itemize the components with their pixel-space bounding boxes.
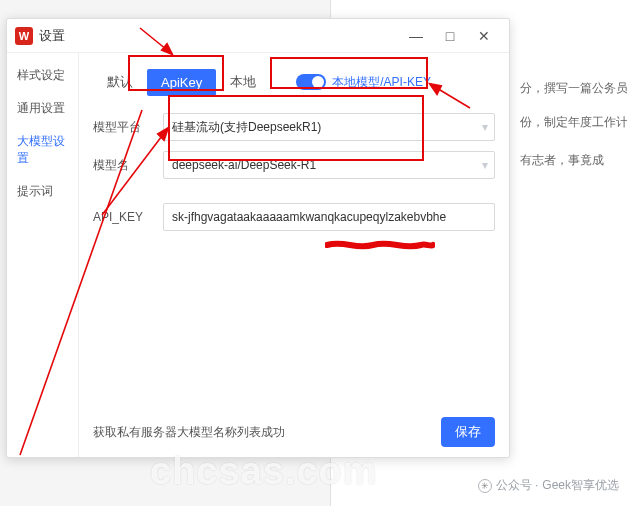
- maximize-button[interactable]: □: [433, 21, 467, 51]
- label-platform: 模型平台: [93, 119, 163, 136]
- tab-local[interactable]: 本地: [216, 67, 270, 97]
- bg-text-2: 份，制定年度工作计划: [520, 114, 627, 131]
- row-model: 模型名 deepseek-ai/DeepSeek-R1 ▾: [93, 151, 495, 179]
- bg-text-1: 分，撰写一篇公务员转正: [520, 80, 627, 97]
- content-pane: 默认 ApiKey 本地 本地模型/API-KEY 模型平台 硅基流动(支持De…: [79, 53, 509, 457]
- local-model-toggle[interactable]: [296, 74, 326, 90]
- minimize-button[interactable]: —: [399, 21, 433, 51]
- tab-apikey[interactable]: ApiKey: [147, 69, 216, 96]
- settings-dialog: W 设置 — □ ✕ 样式设定 通用设置 大模型设置 提示词 默认 ApiKey…: [6, 18, 510, 458]
- app-logo: W: [15, 27, 33, 45]
- chevron-down-icon: ▾: [482, 158, 488, 172]
- select-platform[interactable]: 硅基流动(支持DeepseekR1) ▾: [163, 113, 495, 141]
- label-model: 模型名: [93, 157, 163, 174]
- select-platform-value: 硅基流动(支持DeepseekR1): [172, 119, 321, 136]
- bg-text-3: 有志者，事竟成: [520, 152, 604, 169]
- sidebar-item-prompt[interactable]: 提示词: [7, 175, 78, 208]
- tab-default[interactable]: 默认: [93, 67, 147, 97]
- input-apikey[interactable]: sk-jfhgvagataakaaaaamkwanqkacupeqylzakeb…: [163, 203, 495, 231]
- sidebar-item-general[interactable]: 通用设置: [7, 92, 78, 125]
- input-apikey-value: sk-jfhgvagataakaaaaamkwanqkacupeqylzakeb…: [172, 210, 446, 224]
- tabs-row: 默认 ApiKey 本地 本地模型/API-KEY: [93, 67, 495, 97]
- local-model-toggle-block: 本地模型/API-KEY: [296, 74, 431, 91]
- select-model[interactable]: deepseek-ai/DeepSeek-R1 ▾: [163, 151, 495, 179]
- chevron-down-icon: ▾: [482, 120, 488, 134]
- sidebar-item-llm[interactable]: 大模型设置: [7, 125, 78, 175]
- select-model-value: deepseek-ai/DeepSeek-R1: [172, 158, 316, 172]
- local-model-toggle-label: 本地模型/API-KEY: [332, 74, 431, 91]
- label-apikey: API_KEY: [93, 210, 163, 224]
- dialog-body: 样式设定 通用设置 大模型设置 提示词 默认 ApiKey 本地 本地模型/AP…: [7, 53, 509, 457]
- footer: 获取私有服务器大模型名称列表成功 保存: [93, 409, 495, 447]
- row-apikey: API_KEY sk-jfhgvagataakaaaaamkwanqkacupe…: [93, 203, 495, 231]
- status-text: 获取私有服务器大模型名称列表成功: [93, 424, 441, 441]
- save-button[interactable]: 保存: [441, 417, 495, 447]
- row-platform: 模型平台 硅基流动(支持DeepseekR1) ▾: [93, 113, 495, 141]
- titlebar: W 设置 — □ ✕: [7, 19, 509, 53]
- close-button[interactable]: ✕: [467, 21, 501, 51]
- dialog-title: 设置: [39, 27, 399, 45]
- sidebar-item-style[interactable]: 样式设定: [7, 59, 78, 92]
- sidebar: 样式设定 通用设置 大模型设置 提示词: [7, 53, 79, 457]
